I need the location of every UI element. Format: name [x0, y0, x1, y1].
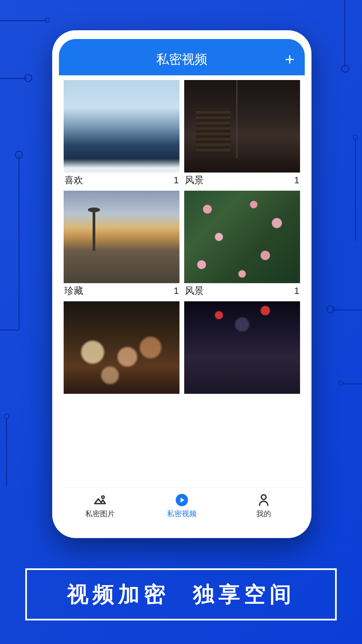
album-label: 喜欢 [64, 174, 83, 187]
circuit-line [332, 309, 362, 310]
album-thumbnail [64, 80, 179, 173]
person-icon [256, 493, 271, 507]
app-header: 私密视频 + [59, 39, 305, 75]
album-info: 珍藏 1 [64, 283, 179, 297]
tagline-right: 独享空间 [193, 580, 295, 609]
circuit-node [341, 65, 349, 73]
album-item[interactable]: 风景 1 [184, 191, 300, 297]
album-grid[interactable]: 喜欢 1 风景 1 珍藏 1 风景 [59, 75, 305, 487]
circuit-node [326, 305, 334, 313]
image-icon [93, 493, 107, 507]
album-info: 喜欢 1 [64, 173, 179, 186]
svg-point-0 [102, 496, 104, 498]
nav-label: 私密视频 [167, 509, 197, 519]
album-info [184, 394, 300, 407]
circuit-line [342, 383, 362, 384]
album-thumbnail [184, 191, 300, 283]
play-icon [174, 493, 189, 507]
album-count: 1 [173, 286, 179, 296]
circuit-node [338, 381, 343, 386]
phone-screen: 私密视频 + 喜欢 1 风景 1 [59, 39, 305, 526]
phone-frame: 私密视频 + 喜欢 1 风景 1 [52, 30, 311, 538]
album-item[interactable]: 珍藏 1 [64, 191, 179, 297]
plus-icon: + [285, 50, 295, 69]
add-button[interactable]: + [285, 49, 295, 69]
circuit-line [344, 0, 345, 67]
circuit-node [15, 151, 23, 159]
album-info: 风景 1 [184, 173, 300, 186]
album-item[interactable] [184, 301, 300, 407]
album-item[interactable]: 喜欢 1 [64, 80, 179, 186]
album-thumbnail [184, 80, 300, 173]
circuit-line [0, 78, 27, 79]
nav-private-videos[interactable]: 私密视频 [162, 493, 202, 519]
bottom-nav: 私密图片 私密视频 我的 [59, 487, 305, 526]
nav-private-images[interactable]: 私密图片 [80, 493, 120, 519]
album-count: 1 [294, 286, 299, 296]
circuit-line [355, 140, 356, 241]
circuit-line [19, 155, 20, 330]
album-info [64, 394, 179, 407]
album-item[interactable] [64, 301, 179, 407]
header-title: 私密视频 [156, 51, 207, 68]
tagline-left: 视频加密 [67, 580, 169, 609]
promo-tagline: 视频加密 独享空间 [25, 568, 337, 620]
svg-point-2 [261, 495, 266, 499]
album-info: 风景 1 [184, 283, 300, 297]
album-thumbnail [184, 301, 300, 394]
nav-label: 我的 [256, 509, 271, 519]
album-thumbnail [64, 191, 179, 283]
album-count: 1 [173, 175, 179, 186]
album-label: 珍藏 [64, 285, 83, 297]
circuit-line [0, 330, 19, 331]
circuit-node [353, 135, 358, 140]
album-label: 风景 [185, 285, 204, 297]
circuit-node [44, 17, 50, 23]
album-thumbnail [64, 301, 179, 394]
album-item[interactable]: 风景 1 [184, 80, 300, 186]
nav-profile[interactable]: 我的 [243, 493, 284, 519]
circuit-node [4, 414, 9, 419]
circuit-line [0, 20, 47, 21]
album-count: 1 [294, 175, 299, 186]
album-label: 风景 [185, 174, 204, 187]
circuit-line [6, 419, 7, 486]
nav-label: 私密图片 [85, 509, 115, 519]
circuit-node [24, 74, 32, 82]
